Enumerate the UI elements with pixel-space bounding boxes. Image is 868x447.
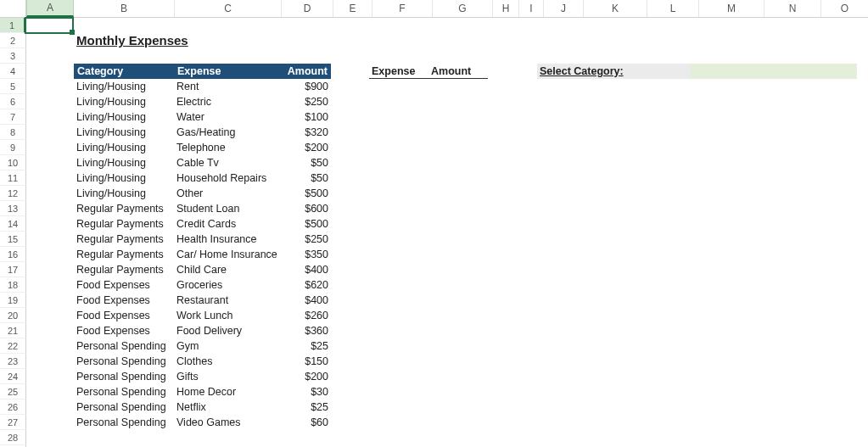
data-category[interactable]: Food Expenses <box>74 308 174 323</box>
data-category[interactable]: Food Expenses <box>74 277 174 293</box>
cells-row-28[interactable] <box>26 430 868 445</box>
data-category[interactable]: Personal Spending <box>74 338 174 354</box>
col-header-B[interactable]: B <box>74 0 175 17</box>
row-header-8[interactable]: 8 <box>0 125 26 140</box>
data-category[interactable]: Living/Housing <box>74 170 174 186</box>
cells-row-18[interactable]: Food ExpensesGroceries$620 <box>26 277 868 293</box>
data-category[interactable]: Regular Payments <box>74 247 174 262</box>
data-expense[interactable]: Home Decor <box>174 384 280 400</box>
data-category[interactable]: Living/Housing <box>74 155 174 170</box>
data-amount[interactable]: $360 <box>280 323 331 338</box>
cells-row-9[interactable]: Living/HousingTelephone$200 <box>26 140 868 155</box>
col-header-J[interactable]: J <box>544 0 584 17</box>
cells-row-14[interactable]: Regular PaymentsCredit Cards$500 <box>26 216 868 232</box>
data-category[interactable]: Living/Housing <box>74 79 174 94</box>
row-header-1[interactable]: 1 <box>0 18 25 33</box>
row-header-2[interactable]: 2 <box>0 33 26 48</box>
data-category[interactable]: Regular Payments <box>74 262 174 277</box>
data-amount[interactable]: $620 <box>280 277 331 293</box>
row-header-19[interactable]: 19 <box>0 293 26 308</box>
data-amount[interactable]: $100 <box>280 109 331 125</box>
data-expense[interactable]: Household Repairs <box>174 170 280 186</box>
row-header-6[interactable]: 6 <box>0 94 26 109</box>
cells-row-11[interactable]: Living/HousingHousehold Repairs$50 <box>26 170 868 186</box>
data-category[interactable]: Living/Housing <box>74 186 174 201</box>
col-header-K[interactable]: K <box>584 0 647 17</box>
cells-row-20[interactable]: Food ExpensesWork Lunch$260 <box>26 308 868 323</box>
data-category[interactable]: Personal Spending <box>74 369 174 384</box>
data-category[interactable]: Living/Housing <box>74 94 174 109</box>
data-amount[interactable]: $50 <box>280 170 331 186</box>
col-header-C[interactable]: C <box>175 0 282 17</box>
col-header-D[interactable]: D <box>282 0 333 17</box>
data-expense[interactable]: Car/ Home Insurance <box>174 247 280 262</box>
data-expense[interactable]: Electric <box>174 94 280 109</box>
data-expense[interactable]: Work Lunch <box>174 308 280 323</box>
cells-row-4[interactable]: CategoryExpenseAmountExpenseAmountSelect… <box>26 64 868 79</box>
data-amount[interactable]: $400 <box>280 262 331 277</box>
row-header-18[interactable]: 18 <box>0 277 26 293</box>
row-header-17[interactable]: 17 <box>0 262 26 277</box>
data-expense[interactable]: Video Games <box>174 415 280 430</box>
data-expense[interactable]: Gas/Heating <box>174 125 280 140</box>
data-amount[interactable]: $150 <box>280 354 331 369</box>
row-header-12[interactable]: 12 <box>0 186 26 201</box>
data-amount[interactable]: $400 <box>280 293 331 308</box>
data-amount[interactable]: $25 <box>280 338 331 354</box>
row-header-15[interactable]: 15 <box>0 232 26 247</box>
row-header-26[interactable]: 26 <box>0 400 26 415</box>
data-expense[interactable]: Child Care <box>174 262 280 277</box>
col-header-I[interactable]: I <box>519 0 544 17</box>
data-expense[interactable]: Cable Tv <box>174 155 280 170</box>
data-amount[interactable]: $500 <box>280 186 331 201</box>
data-category[interactable]: Food Expenses <box>74 323 174 338</box>
data-category[interactable]: Personal Spending <box>74 415 174 430</box>
cells-row-8[interactable]: Living/HousingGas/Heating$320 <box>26 125 868 140</box>
data-category[interactable]: Personal Spending <box>74 354 174 369</box>
data-category[interactable]: Regular Payments <box>74 201 174 216</box>
data-amount[interactable]: $60 <box>280 415 331 430</box>
data-expense[interactable]: Rent <box>174 79 280 94</box>
row-header-20[interactable]: 20 <box>0 308 26 323</box>
cells-row-7[interactable]: Living/HousingWater$100 <box>26 109 868 125</box>
data-expense[interactable]: Food Delivery <box>174 323 280 338</box>
col-header-N[interactable]: N <box>764 0 821 17</box>
data-expense[interactable]: Gifts <box>174 369 280 384</box>
cells-row-19[interactable]: Food ExpensesRestaurant$400 <box>26 293 868 308</box>
cells-row-12[interactable]: Living/HousingOther$500 <box>26 186 868 201</box>
data-amount[interactable]: $250 <box>280 232 331 247</box>
data-amount[interactable]: $200 <box>280 369 331 384</box>
cells-row-22[interactable]: Personal SpendingGym$25 <box>26 338 868 354</box>
data-amount[interactable]: $250 <box>280 94 331 109</box>
cells-row-2[interactable]: Monthly Expenses <box>26 33 868 48</box>
cells-row-17[interactable]: Regular PaymentsChild Care$400 <box>26 262 868 277</box>
data-category[interactable]: Personal Spending <box>74 384 174 400</box>
data-category[interactable]: Personal Spending <box>74 400 174 415</box>
cells-row-21[interactable]: Food ExpensesFood Delivery$360 <box>26 323 868 338</box>
data-expense[interactable]: Gym <box>174 338 280 354</box>
col-header-L[interactable]: L <box>647 0 699 17</box>
col-header-M[interactable]: M <box>699 0 764 17</box>
cells-row-10[interactable]: Living/HousingCable Tv$50 <box>26 155 868 170</box>
row-header-24[interactable]: 24 <box>0 369 26 384</box>
row-header-14[interactable]: 14 <box>0 216 26 232</box>
data-amount[interactable]: $200 <box>280 140 331 155</box>
row-header-23[interactable]: 23 <box>0 354 26 369</box>
data-category[interactable]: Regular Payments <box>74 216 174 232</box>
cells-row-3[interactable] <box>26 48 868 64</box>
data-amount[interactable]: $260 <box>280 308 331 323</box>
row-header-13[interactable]: 13 <box>0 201 26 216</box>
row-header-21[interactable]: 21 <box>0 323 26 338</box>
data-expense[interactable]: Clothes <box>174 354 280 369</box>
data-expense[interactable]: Restaurant <box>174 293 280 308</box>
cells-row-25[interactable]: Personal SpendingHome Decor$30 <box>26 384 868 400</box>
data-category[interactable]: Living/Housing <box>74 109 174 125</box>
cells-row-6[interactable]: Living/HousingElectric$250 <box>26 94 868 109</box>
cells-row-27[interactable]: Personal SpendingVideo Games$60 <box>26 415 868 430</box>
col-header-H[interactable]: H <box>493 0 519 17</box>
data-expense[interactable]: Water <box>174 109 280 125</box>
data-category[interactable]: Living/Housing <box>74 125 174 140</box>
cells-row-23[interactable]: Personal SpendingClothes$150 <box>26 354 868 369</box>
data-category[interactable]: Regular Payments <box>74 232 174 247</box>
row-header-16[interactable]: 16 <box>0 247 26 262</box>
